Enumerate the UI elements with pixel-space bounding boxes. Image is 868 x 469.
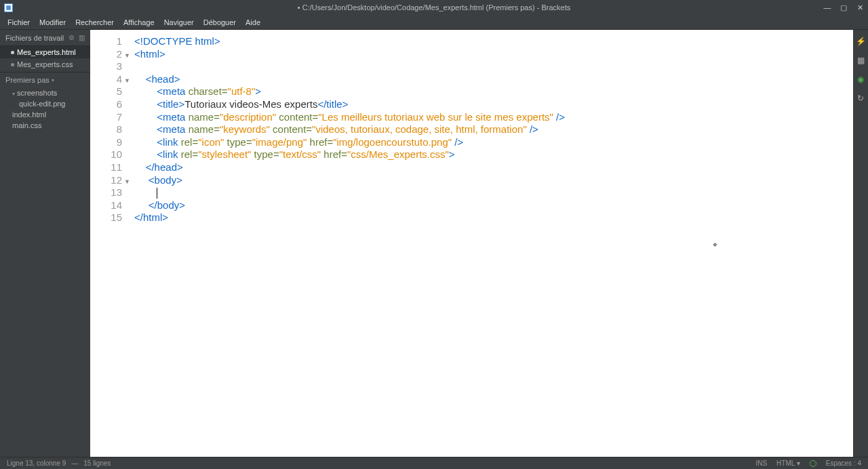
- line-number: 10: [90, 148, 127, 161]
- line-number: 13: [90, 186, 127, 199]
- menu-bar: Fichier Modifier Rechercher Affichage Na…: [0, 15, 868, 30]
- menu-affichage[interactable]: Affichage: [119, 17, 159, 28]
- indent-setting[interactable]: Espaces : 4: [826, 460, 861, 467]
- line-number: 2▼: [90, 48, 127, 61]
- folder-name: screenshots: [17, 89, 57, 97]
- chevron-down-icon: ▾: [12, 91, 15, 97]
- line-number: 11: [90, 161, 127, 174]
- menu-rechercher[interactable]: Rechercher: [71, 17, 119, 28]
- line-number: 3: [90, 60, 127, 73]
- main-layout: Fichiers de travail ⚙ ▥ Mes_experts.html…: [0, 30, 868, 457]
- menu-naviguer[interactable]: Naviguer: [159, 17, 199, 28]
- working-file-name: Mes_experts.css: [17, 60, 73, 68]
- extension-manager-icon[interactable]: ▦: [856, 56, 865, 65]
- svg-rect-1: [6, 5, 11, 10]
- window-title: • C:/Users/Jon/Desktop/video/Codage/Mes_…: [298, 3, 570, 12]
- line-number: 6: [90, 98, 127, 111]
- tree-file[interactable]: quick-edit.png: [0, 98, 90, 109]
- split-icon[interactable]: ▥: [79, 34, 85, 41]
- sidebar: Fichiers de travail ⚙ ▥ Mes_experts.html…: [0, 30, 90, 457]
- menu-aide[interactable]: Aide: [241, 17, 265, 28]
- gear-icon[interactable]: ⚙: [68, 34, 75, 41]
- working-file[interactable]: Mes_experts.css: [0, 58, 90, 70]
- menu-fichier[interactable]: Fichier: [3, 17, 35, 28]
- line-number: 5: [90, 85, 127, 98]
- tree-file[interactable]: index.html: [0, 109, 90, 120]
- project-header[interactable]: Premiers pas ▾: [0, 72, 90, 87]
- line-number: 14: [90, 199, 127, 212]
- right-rail: ⚡ ▦ ◉ ↻: [853, 30, 868, 457]
- lint-status-icon[interactable]: [810, 460, 816, 467]
- working-file-active[interactable]: Mes_experts.html: [0, 46, 90, 58]
- dirty-dot-icon: [11, 63, 14, 66]
- cursor-position[interactable]: Ligne 13, colonne 9: [7, 460, 66, 467]
- live-preview-icon[interactable]: ⚡: [856, 37, 865, 46]
- dirty-dot-icon: [11, 51, 14, 54]
- working-files-label: Fichiers de travail: [5, 34, 64, 42]
- minimize-button[interactable]: —: [819, 0, 835, 15]
- working-files-header: Fichiers de travail ⚙ ▥: [0, 30, 90, 46]
- plugin-icon[interactable]: ◉: [856, 75, 865, 84]
- line-number: 1: [90, 35, 127, 48]
- chevron-down-icon: ▾: [52, 77, 54, 83]
- line-number: 4▼: [90, 73, 127, 86]
- status-separator: —: [71, 460, 78, 467]
- tree-folder[interactable]: ▾ screenshots: [0, 87, 90, 98]
- text-cursor: [157, 188, 157, 199]
- line-number: 8: [90, 123, 127, 136]
- close-button[interactable]: ✕: [852, 0, 868, 15]
- window-controls: — ▢ ✕: [819, 0, 868, 15]
- menu-modifier[interactable]: Modifier: [35, 17, 71, 28]
- working-file-name: Mes_experts.html: [17, 48, 76, 56]
- project-name: Premiers pas: [5, 76, 50, 84]
- editor[interactable]: 1 2▼ 3 4▼ 5 6 7 8 9 10 11 12▼ 13 14 15 <…: [90, 30, 853, 457]
- maximize-button[interactable]: ▢: [835, 0, 852, 15]
- status-bar: Ligne 13, colonne 9 — 15 lignes INS HTML…: [0, 457, 868, 469]
- language-mode[interactable]: HTML ▾: [776, 460, 800, 467]
- refresh-icon[interactable]: ↻: [856, 94, 865, 103]
- line-count: 15 lignes: [83, 460, 111, 467]
- gutter: 1 2▼ 3 4▼ 5 6 7 8 9 10 11 12▼ 13 14 15: [90, 30, 127, 457]
- tree-file[interactable]: main.css: [0, 120, 90, 131]
- line-number: 12▼: [90, 174, 127, 187]
- code-area[interactable]: <!DOCTYPE html><html> <head> <meta chars…: [127, 30, 853, 457]
- line-number: 7: [90, 111, 127, 124]
- line-number: 15: [90, 211, 127, 224]
- line-number: 9: [90, 136, 127, 149]
- insert-mode[interactable]: INS: [755, 460, 767, 467]
- app-icon: [4, 3, 13, 12]
- title-bar: • C:/Users/Jon/Desktop/video/Codage/Mes_…: [0, 0, 868, 15]
- menu-deboguer[interactable]: Déboguer: [199, 17, 241, 28]
